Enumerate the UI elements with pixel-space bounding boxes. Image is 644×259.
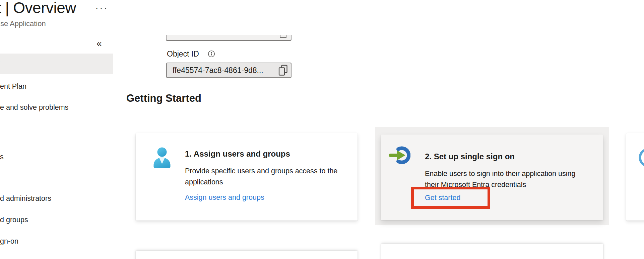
circle-arc-icon [633,147,644,171]
person-icon [152,147,172,202]
card-title: 2. Set up single sign on [425,152,581,161]
sidebar-item-properties[interactable]: s [0,153,4,162]
copy-icon[interactable] [278,65,288,76]
sign-in-arrow-icon [389,146,410,166]
sidebar-divider [0,144,100,144]
sidebar-item-deployment-plan[interactable]: ent Plan [0,82,26,91]
card-assign-users-and-groups: 1. Assign users and groups Provide speci… [136,133,358,221]
assign-users-and-groups-link[interactable]: Assign users and groups [185,193,264,202]
object-id-field[interactable]: ffe45574-7ac8-4861-9d8... [166,63,292,78]
sidebar: « w ent Plan e and solve problems s d ad… [0,0,113,259]
card-partial-right [626,133,644,221]
red-annotation-box: Get started [411,187,490,209]
sidebar-collapse-icon[interactable]: « [96,38,102,49]
copyable-field-partial[interactable] [166,35,292,41]
sidebar-item-roles-and-administrators[interactable]: d administrators [0,194,51,203]
card-partial-bottom-left [136,251,358,259]
getting-started-heading: Getting Started [126,92,201,104]
sidebar-item-diagnose-solve-problems[interactable]: e and solve problems [0,103,68,112]
sidebar-item-single-sign-on[interactable]: gn-on [0,237,18,246]
sidebar-item-users-and-groups[interactable]: d groups [0,215,28,225]
card-description: Provide specific users and groups access… [185,166,341,188]
sidebar-item-label: w [0,59,0,68]
get-started-link[interactable]: Get started [425,194,460,202]
object-id-label: Object ID [167,50,199,59]
object-id-value: ffe45574-7ac8-4861-9d8... [167,66,278,75]
card-title: 1. Assign users and groups [185,149,341,159]
card-partial-bottom-right [381,244,603,259]
card-set-up-single-sign-on: 2. Set up single sign on Enable users to… [381,135,603,220]
info-icon[interactable] [208,50,215,58]
copy-icon-partial [280,35,286,38]
sidebar-item-overview-selected[interactable]: w [0,54,113,74]
